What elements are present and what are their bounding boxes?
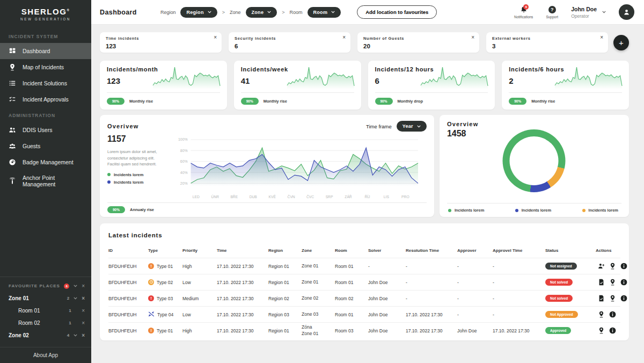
favourite-places-panel: FAVOURITE PLACES 6 × Zone 012×Room 011·×… [0,277,91,347]
cell-status: Not solved [545,295,596,302]
remove-favourite-icon[interactable]: × [82,320,85,326]
remove-favourite-icon[interactable]: × [82,295,85,301]
cell-region: Region 03 [268,312,302,317]
close-icon[interactable]: × [342,35,346,40]
column-header-room: Room [335,248,368,253]
remove-favourite-icon[interactable]: × [82,332,85,338]
action-locate-icon[interactable] [598,311,605,318]
cell-type: !Type 01 [148,263,182,270]
dashboard-content: Time incidents123×Security incidents6×Nu… [91,25,644,363]
favourites-close-icon[interactable]: × [82,283,85,289]
room-dropdown[interactable]: Room [308,7,341,18]
sidebar-item-dashboard[interactable]: Dashboard [0,43,91,59]
table-row: BFDUHFEUH!Type 03Medium17.10. 2022 17:30… [108,290,620,306]
cell-resolution_time: - [406,296,457,301]
close-icon[interactable]: × [214,35,217,40]
sidebar-item-map-of-incidents[interactable]: Map of Incidents [0,59,91,75]
cell-priority: High [182,328,217,333]
sidebar-item-anchor-point-management[interactable]: Anchor Point Management [0,170,91,192]
favourite-item-zone-01[interactable]: Zone 012× [0,292,91,304]
action-info-icon[interactable] [620,263,627,270]
sidebar-item-label: Incident Approvals [23,96,69,103]
cell-solver: John Doe [368,296,406,301]
alert-red-icon: ! [148,295,154,302]
overview-area-card: Overivew Time frame Year 1157 Lorem ipsu… [100,115,434,217]
user-menu[interactable]: John Doe Operator [571,6,606,19]
breadcrumb-room-label: Room [289,10,302,15]
sidebar-item-incident-solutions[interactable]: Incident Solutions [0,75,91,91]
sidebar-item-label: Dashboard [23,48,50,54]
svg-text:ŘÍJ: ŘÍJ [364,194,370,199]
cell-resolution_time: 17.10. 2022 17:30 [406,328,457,333]
kpi-sparkline-chart [420,66,488,89]
action-locate-icon[interactable] [609,295,616,302]
zone-dropdown[interactable]: Zone [246,7,277,18]
action-info-icon[interactable] [620,295,627,302]
add-widget-button[interactable]: + [613,35,629,50]
sidebar-item-ddis-users[interactable]: DDIS Users [0,122,91,138]
notifications-button[interactable]: 6 Notifications [514,6,533,19]
cell-time: 17.10. 2022 17:30 [217,280,268,285]
action-info-icon[interactable] [609,327,616,334]
overview-area-description: Lorem ipsum dolor sit amet, consectetur … [107,149,159,168]
favourites-collapse-chevron-icon[interactable] [74,285,77,287]
about-app-button[interactable]: About App [0,347,91,363]
cell-id: BFDUHFEUH [108,264,148,269]
legend-dot-icon [515,209,518,212]
avatar[interactable] [619,4,634,20]
cell-time: 17.10. 2022 17:30 [217,296,268,301]
kpi-sparkline-chart [554,66,623,89]
cell-actions [596,295,627,302]
kpi-caption: Monthly rise [531,99,555,104]
cell-approver: John Doe [457,328,493,333]
add-location-to-favourites-button[interactable]: Add location to favourites [357,5,437,19]
action-assign-user-icon[interactable] [598,263,605,270]
favourite-item-room-01[interactable]: Room 011·× [0,304,91,317]
cell-actions [596,279,627,286]
region-dropdown[interactable]: Region [180,7,217,18]
sidebar-item-guests[interactable]: Guests [0,138,91,154]
kpi-sparkline-chart [287,66,355,89]
cell-resolution_time: 17.10. 2022 17:30 [406,312,457,317]
sidebar-item-badge-management[interactable]: Badge Management [0,154,91,170]
svg-text:LIS: LIS [384,195,390,199]
cell-region: Region 01 [268,280,302,285]
cell-id: BFDUHFEUH [108,328,148,333]
cell-region: Region 02 [268,296,302,301]
time-frame-dropdown[interactable]: Year [397,121,427,132]
chevron-down-icon [417,125,421,128]
action-locate-icon[interactable] [609,279,616,286]
support-button[interactable]: ? Support [546,6,558,19]
cell-approver: - [457,296,493,301]
cell-zone: Zone 02 [302,295,335,301]
action-info-icon[interactable] [620,279,627,286]
cell-time: 17.10. 2022 17:30 [217,328,268,333]
user-name: John Doe [571,6,597,12]
overview-row: Overivew Time frame Year 1157 Lorem ipsu… [100,115,629,217]
remove-favourite-icon[interactable]: × [82,308,85,314]
action-report-icon[interactable] [598,279,605,286]
table-header-row: IDTypePriorityTimeRegionZoneRoomSolverRe… [108,245,620,258]
sidebar-item-incident-approvals[interactable]: Incident Approvals [0,91,91,107]
cell-type: !Type 01 [148,328,182,334]
chevron-down-icon[interactable] [74,334,77,337]
cell-region: Region 01 [268,328,302,333]
favourite-item-zone-02[interactable]: Zone 024× [0,329,91,342]
svg-text:ČVN: ČVN [288,194,295,199]
close-icon[interactable]: × [600,35,603,40]
action-info-icon[interactable] [609,311,616,318]
sidebar-item-label: Map of Incidents [23,64,64,70]
chevron-down-icon[interactable] [74,297,77,300]
status-badge: Not solved [545,279,573,286]
action-locate-icon[interactable] [598,327,605,334]
favourite-item-room-02[interactable]: Room 021·× [0,317,91,329]
cell-status: Approved [545,327,596,334]
close-icon[interactable]: × [471,35,474,40]
action-locate-icon[interactable] [609,263,616,270]
action-report-icon[interactable] [598,295,605,302]
overview-donut-card: Overview 1458 Incidents loremIncidents l… [440,115,629,217]
cell-approval_time: 17.10. 2022 17:30 [493,328,545,333]
cell-zone: Zóna Zone 01 [302,324,335,336]
sidebar-nav: INCIDENT SYSTEMDashboardMap of Incidents… [0,28,91,192]
svg-text:80%: 80% [180,149,188,153]
